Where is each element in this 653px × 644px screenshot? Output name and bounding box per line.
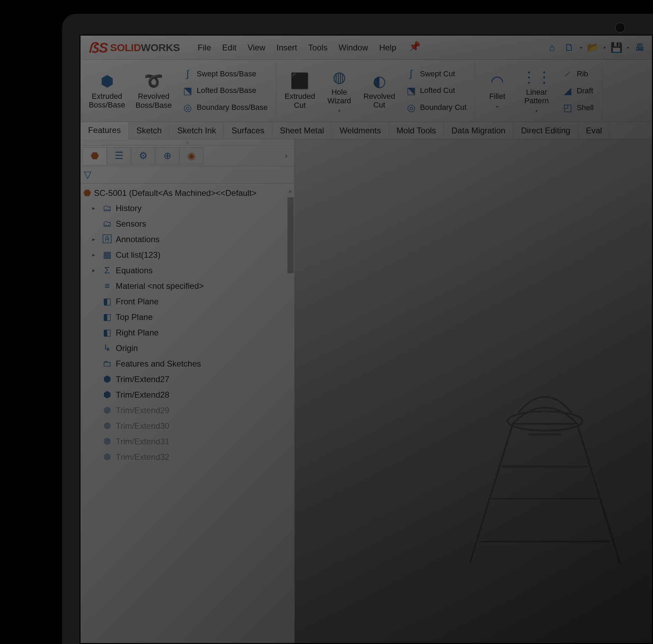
expand-panel-icon[interactable]: ›: [280, 151, 292, 161]
config-manager-tab[interactable]: ⚙: [131, 147, 155, 164]
tab-weldments[interactable]: Weldments: [332, 122, 389, 139]
new-button[interactable]: 🗋: [561, 40, 577, 56]
rib-button[interactable]: ⟋Rib: [559, 66, 597, 82]
lofted-cut-button[interactable]: ⬔Lofted Cut: [402, 83, 470, 98]
collapse-icon[interactable]: ^: [289, 189, 292, 197]
boundary-boss-button[interactable]: ◎Boundary Boss/Base: [179, 100, 271, 115]
tree-item[interactable]: ▸ΣEquations: [82, 263, 293, 278]
tab-sheet-metal[interactable]: Sheet Metal: [272, 122, 332, 139]
tree-item[interactable]: 🗀Features and Sketches: [82, 356, 293, 371]
home-button[interactable]: ⌂: [544, 40, 560, 56]
print-button[interactable]: 🖶: [632, 40, 648, 56]
tree-node-icon: ⬢: [102, 374, 112, 385]
tree-node-icon: 🗂: [102, 203, 112, 214]
rib-icon: ⟋: [562, 68, 573, 79]
panel-handle[interactable]: ○: [81, 139, 294, 145]
tab-direct-editing[interactable]: Direct Editing: [513, 122, 578, 139]
ribbon-group-features: ◠ Fillet ▾ ⋮⋮ Linear Pattern ▾ ⟋Rib ◢Dra…: [475, 62, 602, 120]
graphics-viewport[interactable]: [295, 139, 652, 643]
tab-features[interactable]: Features: [81, 122, 129, 139]
tree-item[interactable]: ≡Material <not specified>: [82, 278, 293, 294]
tab-data-migration[interactable]: Data Migration: [444, 122, 513, 139]
tree-node-icon: ≡: [102, 281, 112, 291]
tree-item[interactable]: ⬢Trim/Extend32: [82, 449, 293, 465]
swept-cut-button[interactable]: ∫Swept Cut: [402, 66, 470, 82]
draft-button[interactable]: ◢Draft: [559, 83, 597, 98]
lofted-boss-button[interactable]: ⬔Lofted Boss/Base: [179, 83, 271, 98]
tree-node-label: Sensors: [116, 219, 146, 229]
feature-tree[interactable]: ⬣ SC-5001 (Default<As Machined><<Default…: [81, 183, 294, 643]
expander-icon[interactable]: ▸: [92, 252, 98, 258]
tab-sketch[interactable]: Sketch: [129, 122, 170, 139]
save-button[interactable]: 💾: [608, 40, 624, 56]
tree-node-icon: 🗀: [102, 358, 112, 369]
property-manager-tab[interactable]: ☰: [107, 147, 131, 164]
swept-cut-icon: ∫: [406, 68, 417, 79]
tree-item[interactable]: ⬢Trim/Extend30: [82, 418, 293, 434]
menu-window[interactable]: Window: [334, 41, 373, 55]
shell-button[interactable]: ◰Shell: [559, 100, 597, 115]
tree-item[interactable]: ↳Origin: [82, 340, 293, 356]
linear-pattern-icon: ⋮⋮: [521, 68, 552, 86]
feature-manager-tab[interactable]: ⬣: [83, 147, 107, 164]
filter-icon[interactable]: ▽: [84, 169, 92, 180]
expander-icon[interactable]: ▸: [92, 205, 98, 211]
menu-tools[interactable]: Tools: [303, 41, 332, 55]
tree-item[interactable]: ▸🄰Annotations: [82, 231, 293, 247]
tab-mold-tools[interactable]: Mold Tools: [389, 122, 444, 139]
menu-view[interactable]: View: [243, 41, 270, 55]
extruded-boss-button[interactable]: ⬢ Extruded Boss/Base: [85, 69, 129, 112]
tree-item[interactable]: ⬢Trim/Extend28: [82, 387, 293, 402]
swept-icon: ∫: [182, 68, 193, 79]
revolved-cut-button[interactable]: ◐ Revolved Cut: [360, 69, 399, 112]
display-manager-tab[interactable]: ◉: [179, 147, 204, 164]
expander-icon[interactable]: ▸: [92, 236, 98, 243]
dropdown-icon[interactable]: ▾: [536, 108, 538, 113]
logo-swoosh-icon: ẞS: [88, 41, 108, 55]
hole-wizard-button[interactable]: ◍ Hole Wizard ▾: [322, 65, 357, 116]
tree-node-icon: ⬢: [102, 436, 112, 447]
fillet-button[interactable]: ◠ Fillet ▾: [480, 69, 514, 112]
tree-node-icon: ◧: [102, 327, 112, 338]
dropdown-icon[interactable]: ▾: [626, 45, 631, 50]
menu-insert[interactable]: Insert: [272, 41, 302, 55]
tree-item[interactable]: ▸🗂History: [82, 200, 293, 216]
tab-sketch-ink[interactable]: Sketch Ink: [170, 122, 224, 139]
tree-item[interactable]: ◧Top Plane: [82, 309, 293, 325]
expander-icon[interactable]: ▸: [92, 267, 98, 274]
extruded-cut-button[interactable]: ⬛ Extruded Cut: [281, 69, 319, 112]
tree-item[interactable]: ⬢Trim/Extend31: [82, 434, 293, 449]
tree-node-label: Front Plane: [116, 297, 159, 306]
menu-help[interactable]: Help: [374, 41, 401, 55]
open-button[interactable]: 📂: [585, 40, 601, 56]
pin-icon[interactable]: 📌: [403, 41, 427, 55]
tab-surfaces[interactable]: Surfaces: [224, 122, 272, 139]
tree-item[interactable]: ⬢Trim/Extend27: [82, 371, 293, 387]
revolved-boss-button[interactable]: ➰ Revolved Boss/Base: [132, 69, 175, 112]
boundary-cut-button[interactable]: ◎Boundary Cut: [402, 100, 470, 115]
revolved-cut-icon: ◐: [373, 72, 386, 90]
tree-root-node[interactable]: ⬣ SC-5001 (Default<As Machined><<Default…: [82, 186, 293, 200]
tree-item[interactable]: ◧Right Plane: [82, 325, 293, 340]
dimxpert-tab[interactable]: ⊕: [155, 147, 179, 164]
tree-node-label: Right Plane: [116, 328, 159, 338]
tree-item[interactable]: ◧Front Plane: [82, 294, 293, 309]
dropdown-icon[interactable]: ▾: [579, 45, 584, 50]
tab-evaluate[interactable]: Eval: [578, 122, 610, 139]
tree-item[interactable]: ▸▦Cut list(123): [82, 247, 293, 263]
tree-filter-row: ▽: [81, 166, 294, 183]
tree-item[interactable]: ⬢Trim/Extend29: [82, 402, 293, 418]
tree-node-icon: 🄰: [102, 234, 112, 245]
dropdown-icon[interactable]: ▾: [496, 104, 498, 109]
tree-item[interactable]: 🗂Sensors: [82, 216, 293, 231]
dropdown-icon[interactable]: ▾: [602, 45, 607, 50]
tree-node-label: History: [116, 203, 142, 213]
dropdown-icon[interactable]: ▾: [338, 108, 340, 113]
menu-file[interactable]: File: [193, 41, 216, 55]
panel-tabs: ⬣ ☰ ⚙ ⊕ ◉ ›: [81, 145, 294, 166]
swept-boss-button[interactable]: ∫Swept Boss/Base: [179, 66, 271, 82]
scrollbar[interactable]: [287, 197, 294, 273]
linear-pattern-button[interactable]: ⋮⋮ Linear Pattern ▾: [518, 65, 555, 116]
extruded-boss-icon: ⬢: [101, 72, 114, 90]
menu-edit[interactable]: Edit: [217, 41, 241, 55]
